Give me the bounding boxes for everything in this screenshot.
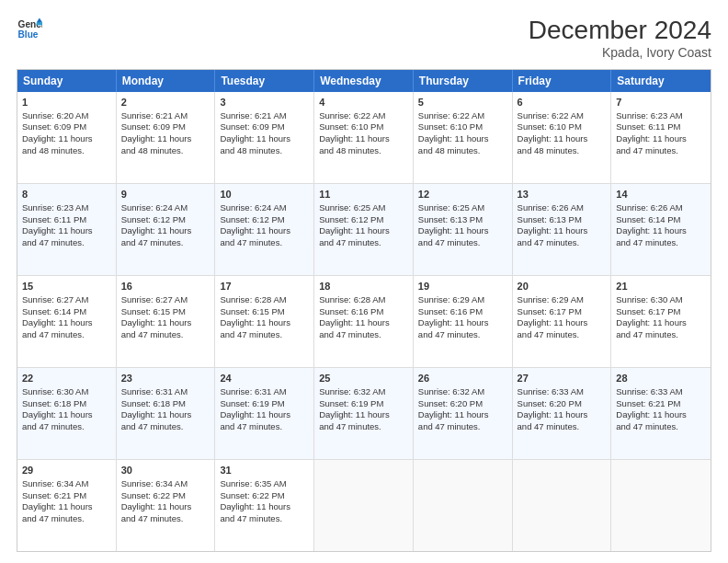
day-info-line: Daylight: 11 hours: [518, 409, 607, 421]
day-number: 6: [518, 96, 607, 109]
calendar-row: 8Sunrise: 6:23 AMSunset: 6:11 PMDaylight…: [17, 183, 711, 275]
day-info-line: and 47 minutes.: [319, 237, 408, 249]
calendar-cell: 27Sunrise: 6:33 AMSunset: 6:20 PMDayligh…: [513, 368, 612, 459]
day-info-line: and 47 minutes.: [220, 513, 309, 525]
day-number: 9: [121, 188, 210, 201]
calendar-cell: 30Sunrise: 6:34 AMSunset: 6:22 PMDayligh…: [117, 460, 216, 551]
day-info-line: Daylight: 11 hours: [418, 317, 507, 329]
day-info-line: Sunrise: 6:21 AM: [220, 110, 309, 122]
day-info-line: and 47 minutes.: [518, 237, 607, 249]
day-info-line: Daylight: 11 hours: [616, 225, 706, 237]
calendar-cell: 10Sunrise: 6:24 AMSunset: 6:12 PMDayligh…: [215, 184, 314, 275]
logo: General Blue: [17, 17, 42, 42]
day-info-line: Daylight: 11 hours: [121, 501, 210, 513]
day-number: 5: [418, 96, 507, 109]
day-info-line: Sunrise: 6:28 AM: [319, 294, 408, 306]
day-number: 19: [418, 280, 507, 293]
calendar-cell: 14Sunrise: 6:26 AMSunset: 6:14 PMDayligh…: [611, 184, 711, 275]
calendar-cell: 7Sunrise: 6:23 AMSunset: 6:11 PMDaylight…: [611, 92, 711, 183]
weekday-header: Wednesday: [314, 70, 414, 92]
calendar-cell: 11Sunrise: 6:25 AMSunset: 6:12 PMDayligh…: [314, 184, 414, 275]
day-info-line: Sunrise: 6:29 AM: [418, 294, 507, 306]
calendar-cell: 16Sunrise: 6:27 AMSunset: 6:15 PMDayligh…: [117, 276, 216, 367]
day-info-line: and 47 minutes.: [518, 421, 607, 433]
day-info-line: Daylight: 11 hours: [319, 409, 408, 421]
day-info-line: Sunrise: 6:31 AM: [121, 386, 210, 398]
day-info-line: and 48 minutes.: [121, 145, 210, 157]
day-info-line: Sunrise: 6:31 AM: [220, 386, 309, 398]
day-info-line: Sunrise: 6:33 AM: [518, 386, 607, 398]
day-info-line: Sunrise: 6:26 AM: [616, 202, 706, 214]
day-info-line: Sunrise: 6:23 AM: [22, 202, 111, 214]
day-info-line: Sunrise: 6:35 AM: [220, 478, 309, 490]
day-number: 26: [418, 372, 507, 385]
day-info-line: Sunset: 6:18 PM: [22, 398, 111, 410]
day-info-line: and 47 minutes.: [418, 329, 507, 341]
day-number: 30: [121, 464, 210, 477]
day-info-line: Daylight: 11 hours: [418, 225, 507, 237]
day-number: 12: [418, 188, 507, 201]
day-info-line: Sunset: 6:19 PM: [220, 398, 309, 410]
day-number: 24: [220, 372, 309, 385]
day-number: 10: [220, 188, 309, 201]
day-info-line: Daylight: 11 hours: [319, 133, 408, 145]
title-block: December 2024 Kpada, Ivory Coast: [529, 17, 711, 60]
day-info-line: Daylight: 11 hours: [22, 409, 111, 421]
day-number: 27: [518, 372, 607, 385]
day-info-line: Sunset: 6:16 PM: [418, 306, 507, 318]
day-info-line: Sunset: 6:10 PM: [418, 121, 507, 133]
day-info-line: Daylight: 11 hours: [22, 133, 111, 145]
day-info-line: Sunset: 6:12 PM: [319, 214, 408, 226]
weekday-header: Thursday: [414, 70, 513, 92]
day-info-line: Sunrise: 6:22 AM: [518, 110, 607, 122]
day-info-line: Sunrise: 6:21 AM: [121, 110, 210, 122]
day-info-line: Sunrise: 6:33 AM: [616, 386, 706, 398]
day-info-line: and 47 minutes.: [121, 329, 210, 341]
day-info-line: Sunrise: 6:24 AM: [220, 202, 309, 214]
day-info-line: and 47 minutes.: [22, 237, 111, 249]
day-number: 17: [220, 280, 309, 293]
header: General Blue December 2024 Kpada, Ivory …: [17, 17, 711, 60]
day-info-line: Daylight: 11 hours: [518, 225, 607, 237]
calendar-cell: 8Sunrise: 6:23 AMSunset: 6:11 PMDaylight…: [17, 184, 117, 275]
day-info-line: and 47 minutes.: [518, 329, 607, 341]
day-info-line: Daylight: 11 hours: [518, 317, 607, 329]
day-info-line: Daylight: 11 hours: [418, 133, 507, 145]
day-info-line: Daylight: 11 hours: [121, 133, 210, 145]
day-info-line: Sunset: 6:14 PM: [22, 306, 111, 318]
weekday-header: Tuesday: [215, 70, 314, 92]
day-info-line: Sunrise: 6:27 AM: [121, 294, 210, 306]
weekday-header: Sunday: [17, 70, 117, 92]
main-title: December 2024: [529, 17, 711, 45]
calendar-row: 22Sunrise: 6:30 AMSunset: 6:18 PMDayligh…: [17, 367, 711, 459]
day-info-line: Daylight: 11 hours: [22, 317, 111, 329]
day-info-line: Daylight: 11 hours: [220, 225, 309, 237]
day-info-line: Sunset: 6:14 PM: [616, 214, 706, 226]
day-info-line: Sunrise: 6:26 AM: [518, 202, 607, 214]
day-number: 18: [319, 280, 408, 293]
day-info-line: Sunset: 6:09 PM: [22, 121, 111, 133]
day-info-line: and 48 minutes.: [418, 145, 507, 157]
day-number: 21: [616, 280, 706, 293]
calendar-body: 1Sunrise: 6:20 AMSunset: 6:09 PMDaylight…: [17, 92, 711, 551]
day-info-line: and 47 minutes.: [220, 237, 309, 249]
logo-icon: General Blue: [17, 17, 42, 42]
day-number: 22: [22, 372, 111, 385]
day-info-line: Sunrise: 6:34 AM: [121, 478, 210, 490]
day-info-line: Daylight: 11 hours: [121, 225, 210, 237]
day-info-line: Sunrise: 6:30 AM: [616, 294, 706, 306]
day-number: 4: [319, 96, 408, 109]
day-info-line: and 47 minutes.: [121, 237, 210, 249]
day-info-line: Sunrise: 6:22 AM: [319, 110, 408, 122]
calendar-cell: 13Sunrise: 6:26 AMSunset: 6:13 PMDayligh…: [513, 184, 612, 275]
day-info-line: Sunrise: 6:30 AM: [22, 386, 111, 398]
weekday-header: Saturday: [611, 70, 711, 92]
calendar: SundayMondayTuesdayWednesdayThursdayFrid…: [17, 69, 711, 552]
day-info-line: Daylight: 11 hours: [319, 225, 408, 237]
day-info-line: and 47 minutes.: [616, 329, 706, 341]
day-number: 15: [22, 280, 111, 293]
day-info-line: Daylight: 11 hours: [319, 317, 408, 329]
svg-text:Blue: Blue: [18, 29, 39, 40]
day-info-line: Sunrise: 6:32 AM: [319, 386, 408, 398]
day-info-line: and 47 minutes.: [319, 421, 408, 433]
